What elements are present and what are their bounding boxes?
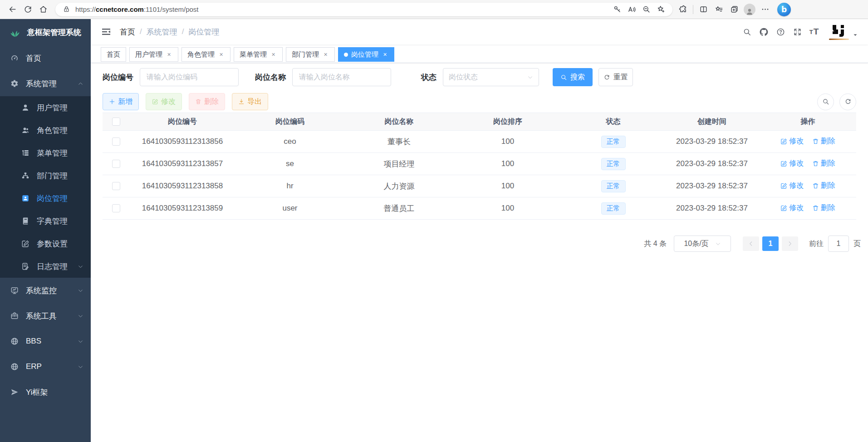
tab-post-management[interactable]: 岗位管理× [338, 47, 394, 62]
row-delete-link[interactable]: 删除 [812, 181, 835, 191]
sidebar-item-bbs[interactable]: BBS [0, 329, 91, 354]
post-name-input[interactable] [292, 68, 391, 86]
post-name: 普通员工 [345, 203, 453, 214]
chevron-down-icon[interactable] [853, 32, 858, 38]
sidebar-item-log-management[interactable]: 日志管理 [0, 255, 91, 278]
sidebar-item-yi-framework[interactable]: Yi框架 [0, 379, 91, 405]
search-icon[interactable] [739, 24, 755, 40]
app-logo[interactable]: 意框架管理系统 [0, 19, 91, 45]
sidebar-item-dept-management[interactable]: 部门管理 [0, 164, 91, 187]
tab-home[interactable]: 首页 [101, 47, 126, 62]
created-time: 2023-03-29 18:52:37 [664, 182, 760, 191]
sidebar-item-label: 首页 [26, 53, 41, 64]
post-id: 1641030593112313857 [130, 159, 235, 168]
monitor-icon [10, 286, 19, 295]
fullscreen-icon[interactable] [789, 24, 806, 40]
sidebar-item-label: 系统工具 [26, 311, 57, 321]
reset-button[interactable]: 重置 [598, 68, 633, 86]
post-code-input[interactable] [140, 68, 239, 86]
profile-avatar[interactable] [742, 2, 757, 17]
dashboard-icon [10, 54, 19, 63]
bing-icon[interactable]: b [777, 3, 791, 16]
row-checkbox[interactable] [112, 182, 120, 190]
row-checkbox[interactable] [112, 138, 120, 146]
sidebar-item-system-monitor[interactable]: 系统监控 [0, 278, 91, 303]
close-icon[interactable]: × [382, 51, 388, 58]
sidebar-collapse-icon[interactable] [101, 26, 112, 37]
post-name: 董事长 [345, 137, 453, 147]
sidebar-item-system-tools[interactable]: 系统工具 [0, 303, 91, 329]
close-icon[interactable]: × [270, 51, 277, 58]
key-icon[interactable] [610, 2, 624, 17]
add-button[interactable]: 新增 [103, 93, 139, 110]
row-checkbox[interactable] [112, 160, 120, 168]
breadcrumb-home[interactable]: 首页 [120, 27, 135, 37]
search-button[interactable]: 搜索 [553, 68, 593, 86]
sidebar-item-label: 日志管理 [37, 261, 68, 272]
tab-label: 岗位管理 [351, 50, 378, 59]
split-screen-icon[interactable] [696, 2, 711, 17]
table-row: 1641030593112313857 se 项目经理 100 正常 2023-… [103, 153, 856, 175]
github-icon[interactable] [755, 24, 772, 40]
tab-user-management[interactable]: 用户管理× [129, 47, 178, 62]
row-delete-link[interactable]: 删除 [812, 203, 835, 213]
zoom-out-icon[interactable] [639, 2, 653, 17]
url-text: https://ccnetcore.com:1101/system/post [75, 5, 610, 13]
sidebar-item-post-management[interactable]: 岗位管理 [0, 187, 91, 210]
refresh-table-button[interactable] [839, 93, 856, 110]
close-icon[interactable]: × [166, 51, 172, 58]
favorite-add-icon[interactable] [653, 2, 668, 17]
row-edit-link[interactable]: 修改 [780, 159, 804, 168]
delete-button[interactable]: 删除 [189, 93, 225, 110]
sidebar-item-role-management[interactable]: 角色管理 [0, 119, 91, 142]
navbar: 首页 / 系统管理 / 岗位管理 [91, 19, 868, 44]
toolbox-icon [10, 311, 19, 320]
row-edit-link[interactable]: 修改 [780, 137, 804, 146]
extensions-icon[interactable] [675, 2, 691, 17]
collections-icon[interactable] [726, 2, 742, 17]
row-edit-link[interactable]: 修改 [780, 181, 804, 191]
page-number-button[interactable]: 1 [762, 236, 779, 251]
edit-button[interactable]: 修改 [146, 93, 182, 110]
close-icon[interactable]: × [218, 51, 225, 58]
favorites-icon[interactable] [711, 2, 726, 17]
back-icon[interactable] [5, 2, 20, 17]
send-icon [10, 388, 19, 397]
show-search-toggle-button[interactable] [817, 93, 834, 110]
row-delete-link[interactable]: 删除 [812, 159, 835, 168]
user-logo[interactable] [829, 24, 849, 40]
sidebar-item-param-settings[interactable]: 参数设置 [0, 232, 91, 255]
address-bar[interactable]: https://ccnetcore.com:1101/system/post [55, 3, 672, 16]
prev-page-button[interactable] [743, 236, 759, 251]
more-icon[interactable] [757, 2, 773, 17]
next-page-button[interactable] [782, 236, 798, 251]
tab-role-management[interactable]: 角色管理× [181, 47, 230, 62]
row-checkbox[interactable] [112, 204, 120, 212]
sidebar-item-user-management[interactable]: 用户管理 [0, 96, 91, 119]
reload-icon[interactable] [20, 2, 35, 17]
breadcrumb-system[interactable]: 系统管理 [147, 27, 177, 37]
globe-icon [10, 337, 19, 346]
tab-dept-management[interactable]: 部门管理× [286, 47, 335, 62]
read-aloud-icon[interactable] [624, 2, 639, 17]
status-select[interactable]: 岗位状态 [443, 68, 539, 86]
select-all-checkbox[interactable] [112, 118, 120, 126]
row-delete-link[interactable]: 删除 [812, 137, 835, 146]
font-size-icon[interactable]: TT [806, 24, 823, 40]
sidebar-item-system-management[interactable]: 系统管理 [0, 71, 91, 96]
export-button[interactable]: 导出 [232, 93, 268, 110]
sidebar-item-home[interactable]: 首页 [0, 45, 91, 71]
home-icon[interactable] [35, 2, 51, 17]
tab-menu-management[interactable]: 菜单管理× [234, 47, 283, 62]
lock-icon [62, 2, 71, 17]
question-icon[interactable] [772, 24, 789, 40]
sidebar-item-erp[interactable]: ERP [0, 354, 91, 379]
sidebar-item-menu-management[interactable]: 菜单管理 [0, 142, 91, 164]
goto-page-input[interactable] [828, 236, 849, 252]
page-size-select[interactable]: 10条/页 [674, 236, 731, 252]
close-icon[interactable]: × [322, 51, 329, 58]
page-content: 岗位编号 岗位名称 状态 岗位状态 搜索 [91, 63, 868, 442]
breadcrumb-current: 岗位管理 [188, 27, 219, 37]
sidebar-item-dict-management[interactable]: 字典管理 [0, 210, 91, 232]
row-edit-link[interactable]: 修改 [780, 203, 804, 213]
